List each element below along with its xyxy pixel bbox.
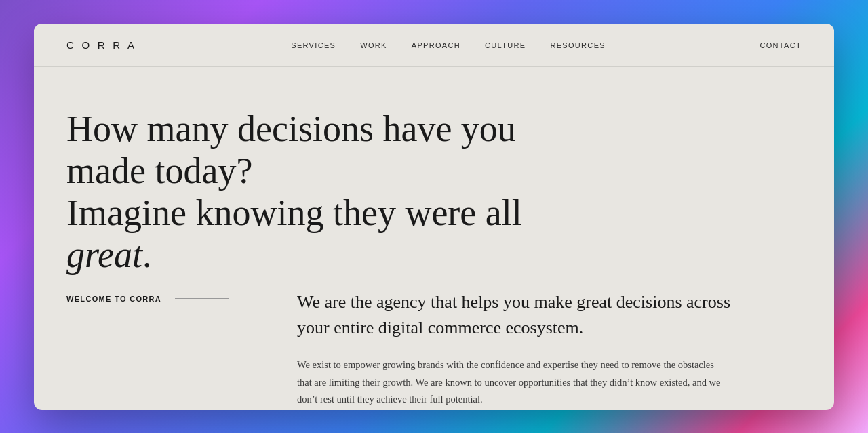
nav-contact[interactable]: CONTACT [760,39,802,51]
contact-link[interactable]: CONTACT [760,41,802,49]
nav-item-resources[interactable]: RESOURCES [550,39,606,51]
logo[interactable]: C O R R A [66,39,137,51]
hero-headline-italic: great [66,234,142,275]
nav-link-services[interactable]: SERVICES [291,41,336,49]
nav-item-culture[interactable]: CULTURE [485,39,526,51]
lower-section: WELCOME TO CORRA We are the agency that … [66,289,802,409]
hero-headline-line2-start: Imagine knowing they were all [66,192,522,233]
description: We exist to empower growing brands with … [297,356,731,408]
navbar: C O R R A SERVICES WORK APPROACH CULTURE… [34,24,834,67]
hero-headline: How many decisions have you made today? … [66,108,595,276]
nav-item-approach[interactable]: APPROACH [412,39,460,51]
welcome-text: WELCOME TO CORRA [66,295,161,303]
nav-link-resources[interactable]: RESOURCES [550,41,606,49]
nav-links: SERVICES WORK APPROACH CULTURE RESOURCES [291,39,606,51]
hero-headline-end: . [142,234,152,275]
nav-link-work[interactable]: WORK [360,41,387,49]
nav-link-approach[interactable]: APPROACH [412,41,460,49]
nav-link-culture[interactable]: CULTURE [485,41,526,49]
nav-item-work[interactable]: WORK [360,39,387,51]
welcome-divider [175,298,229,299]
main-content: How many decisions have you made today? … [34,67,834,410]
tagline: We are the agency that helps you make gr… [297,289,731,340]
nav-item-services[interactable]: SERVICES [291,39,336,51]
right-content: We are the agency that helps you make gr… [297,289,802,409]
welcome-label: WELCOME TO CORRA [66,295,256,303]
browser-window: C O R R A SERVICES WORK APPROACH CULTURE… [34,24,834,410]
hero-headline-line1: How many decisions have you made today? [66,108,516,191]
